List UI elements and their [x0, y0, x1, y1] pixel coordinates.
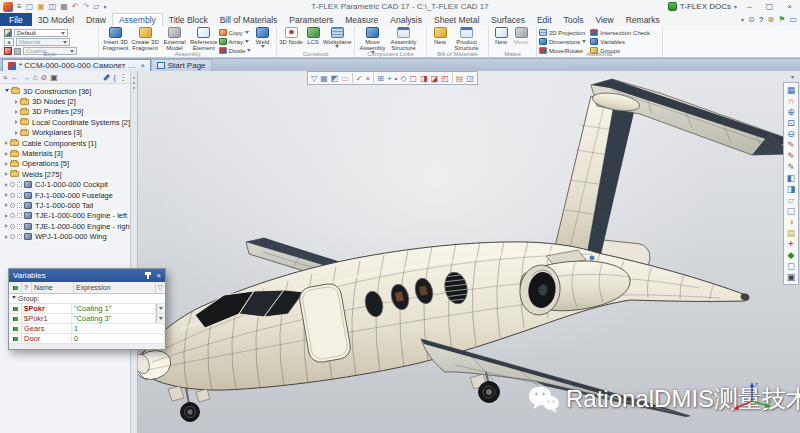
expand-caret-icon[interactable]	[15, 110, 18, 114]
axis-marker-icon[interactable]: +	[788, 239, 793, 249]
save-icon[interactable]: ◫	[49, 2, 57, 12]
app-logo-icon[interactable]	[3, 2, 13, 12]
smooth-shade-icon[interactable]: ▱	[788, 195, 795, 205]
visibility-icon[interactable]	[10, 234, 15, 239]
tree-item-workplanes[interactable]: Workplanes [3]	[0, 128, 130, 138]
variable-flag-icon[interactable]	[13, 337, 18, 341]
tree-item-engine-right[interactable]: TJE-1-000-000 Engine - right	[0, 221, 130, 231]
ribbon-options-caret-icon[interactable]: ▾	[741, 16, 744, 23]
copy-button[interactable]: Copy	[219, 29, 252, 36]
face-filter-icon[interactable]: ◨	[420, 74, 428, 83]
layout-icon[interactable]: ▭	[789, 15, 797, 24]
undo-icon[interactable]: ↶	[72, 2, 79, 12]
move-assembly-button[interactable]: Move Assembly	[357, 27, 388, 51]
variable-flag-icon[interactable]	[13, 317, 18, 321]
tree-item-operations[interactable]: Operations [5]	[0, 159, 130, 169]
sketch-icon[interactable]: ✎	[787, 162, 795, 172]
paste-icon[interactable]: ◲	[466, 74, 474, 83]
qat-customize-icon[interactable]: ▾	[103, 2, 106, 12]
visibility-icon[interactable]	[10, 224, 15, 229]
material-combo[interactable]: Material	[16, 38, 70, 46]
visibility-icon[interactable]	[10, 213, 15, 218]
3d-viewport[interactable]: ▽ ▦ ◩ ▭ ✓ × ⊞ + • ◇ ▢ ◨ ◪ ◰ ▤ ◲ ▾	[138, 71, 800, 433]
pin-icon[interactable]	[147, 272, 149, 279]
tab-remarks[interactable]: Remarks	[620, 13, 666, 26]
clip-plane-icon[interactable]: ◻	[787, 261, 794, 271]
variable-flag-icon[interactable]	[13, 327, 18, 331]
expand-caret-icon[interactable]	[5, 224, 8, 228]
redo-icon[interactable]: ↷	[83, 2, 90, 12]
panel-splitter[interactable]	[131, 71, 138, 433]
expand-caret-icon[interactable]	[5, 152, 8, 156]
visibility-icon[interactable]	[10, 203, 15, 208]
workplane-grid-icon[interactable]: ▦	[787, 85, 796, 95]
checkbox-icon[interactable]	[17, 182, 22, 187]
expand-caret-icon[interactable]	[15, 131, 18, 135]
material-spinner[interactable]: a	[4, 38, 14, 46]
zoom-in-icon[interactable]: ⊕	[787, 107, 795, 117]
back-icon[interactable]: ←	[11, 73, 19, 82]
snap-on-icon[interactable]: ✓	[356, 74, 363, 83]
variable-row-pokr[interactable]: $Pokr "Coating 1"	[9, 304, 165, 314]
dimensions-button[interactable]: Dimensions	[539, 38, 586, 45]
home-icon[interactable]: ⌂	[33, 73, 38, 82]
tab-draw[interactable]: Draw	[80, 13, 112, 26]
draft-view-icon[interactable]: ✎	[787, 140, 795, 150]
notes-icon[interactable]: ▤	[787, 228, 796, 238]
name-column-header[interactable]: Name	[32, 282, 74, 293]
tab-title-block[interactable]: Title Block	[163, 13, 214, 26]
visibility-icon[interactable]	[10, 182, 15, 187]
checkbox-icon[interactable]	[17, 224, 22, 229]
material-apply-icon[interactable]: ◆	[788, 250, 795, 260]
close-icon[interactable]: ×	[156, 271, 161, 280]
display-monitor-icon[interactable]: ▣	[787, 272, 796, 282]
edge-filter-icon[interactable]: ◪	[431, 74, 439, 83]
selection-filter-icon[interactable]: ▽	[311, 74, 317, 83]
tree-item-cockpit[interactable]: CJ-1-000-000 Cockpit	[0, 180, 130, 190]
zoom-out-icon[interactable]: ⊖	[787, 129, 795, 139]
reference-element-button[interactable]: Reference Element	[189, 27, 218, 51]
document-properties-icon[interactable]: ▱	[93, 2, 99, 12]
search-icon[interactable]: ⊙	[748, 15, 755, 24]
select-toggle-icon[interactable]: ◩	[331, 74, 339, 83]
tree-item-welds[interactable]: Welds [275]	[0, 169, 130, 179]
tab-3d-model[interactable]: 3D Model	[32, 13, 80, 26]
tree-item-local-coordinate-systems[interactable]: Local Coordinate Systems [2]	[0, 117, 130, 127]
expand-caret-icon[interactable]	[15, 120, 18, 124]
wireframe-box-icon[interactable]: ▢	[787, 206, 796, 216]
flag-icon[interactable]: ⚑	[778, 15, 785, 24]
tab-view[interactable]: View	[589, 13, 619, 26]
draft-edit-icon[interactable]: ✎	[787, 151, 795, 161]
variables-button[interactable]: Variables	[590, 38, 650, 45]
expression-column-header[interactable]: Expression	[74, 282, 156, 293]
expression-dropdown[interactable]	[156, 304, 165, 313]
variable-row-pokr1[interactable]: $Pokr1 "Coating 3"	[9, 314, 165, 324]
tree-item-3d-construction[interactable]: 3D Construction [36]	[0, 86, 130, 96]
show-body-icon[interactable]: ◨	[787, 184, 796, 194]
external-model-button[interactable]: External Model	[160, 27, 189, 51]
expand-caret-icon[interactable]	[5, 203, 8, 207]
close-panel-icon[interactable]: ×	[3, 73, 8, 82]
bom-new-button[interactable]: New	[429, 27, 451, 51]
help-icon[interactable]: ?	[759, 15, 764, 24]
variable-row-gears[interactable]: Gears 1	[9, 324, 165, 334]
hide-body-icon[interactable]: ◧	[787, 173, 796, 183]
more-icon[interactable]: ⋮	[119, 73, 127, 82]
variables-panel-titlebar[interactable]: Variables ×	[9, 269, 165, 282]
tab-assembly[interactable]: Assembly	[112, 13, 163, 26]
frame-icon[interactable]: ▣	[50, 73, 58, 82]
workplane-filter-icon[interactable]: ⊞	[377, 74, 384, 83]
checkbox-icon[interactable]	[17, 213, 22, 218]
tab-bill-of-materials[interactable]: Bill of Materials	[214, 13, 284, 26]
tree-item-materials[interactable]: Materials [3]	[0, 148, 130, 158]
new-document-icon[interactable]: ▢	[26, 2, 34, 12]
expression-dropdown[interactable]	[156, 314, 165, 323]
checkbox-icon[interactable]	[17, 234, 22, 239]
wrench-icon[interactable]	[103, 74, 110, 81]
expand-caret-icon[interactable]	[5, 214, 8, 218]
snap-off-icon[interactable]: ×	[366, 74, 371, 83]
lcs-button[interactable]: LCS	[303, 27, 323, 51]
brace-icon[interactable]: {	[113, 73, 116, 82]
tree-item-engine-left[interactable]: TJE-1-000-000 Engine - left	[0, 211, 130, 221]
tab-measure[interactable]: Measure	[339, 13, 384, 26]
